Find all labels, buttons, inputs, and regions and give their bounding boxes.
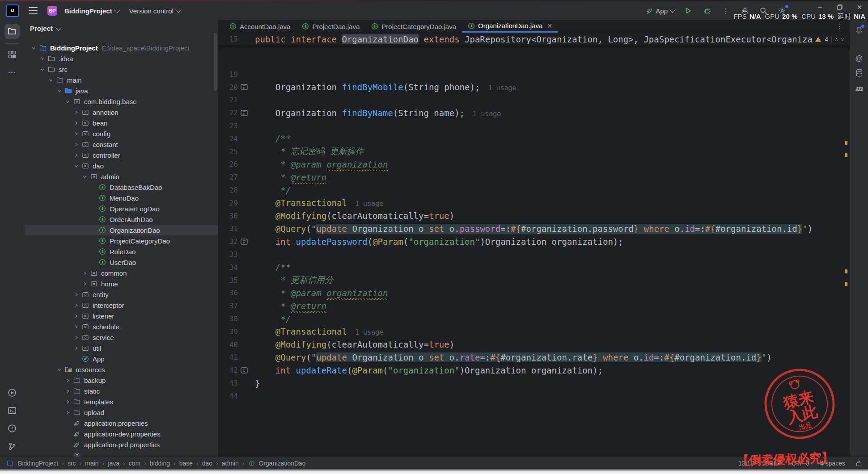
- code-line-text[interactable]: }: [250, 378, 260, 388]
- chevron-open-icon[interactable]: [79, 174, 90, 179]
- chevron-closed-icon[interactable]: [62, 399, 73, 404]
- breadcrumb-item[interactable]: java: [108, 460, 119, 467]
- chevron-closed-icon[interactable]: [79, 281, 90, 286]
- chevron-closed-icon[interactable]: [79, 271, 90, 276]
- problems-tool-window-button[interactable]: [4, 421, 20, 436]
- tree-item-userdao[interactable]: IUserDao: [25, 257, 218, 268]
- tree-item-application-prd-properties[interactable]: application-prd.properties: [25, 439, 218, 450]
- code-line-text[interactable]: @Query("update Organization o set o.rate…: [250, 352, 772, 362]
- project-panel-header[interactable]: Project: [30, 25, 61, 32]
- run-configuration-selector[interactable]: App: [646, 7, 675, 15]
- tree-item-common[interactable]: common: [25, 268, 218, 278]
- chevron-closed-icon[interactable]: [62, 389, 73, 394]
- breadcrumb-item[interactable]: src: [68, 460, 76, 467]
- tree-item--idea[interactable]: .idea: [25, 53, 218, 64]
- tree-item-templates[interactable]: templates: [25, 396, 218, 407]
- chevron-closed-icon[interactable]: [71, 142, 81, 147]
- tab-organizationdao-java[interactable]: IOrganizationDao.java✕: [462, 20, 558, 33]
- code-line-text[interactable]: * @return: [250, 172, 326, 182]
- chevron-closed-icon[interactable]: [71, 324, 81, 329]
- code-line-text[interactable]: /**: [250, 134, 291, 143]
- code-line-text[interactable]: * @return: [250, 301, 326, 311]
- chevron-closed-icon[interactable]: [71, 346, 81, 351]
- notifications-bell-icon[interactable]: [854, 25, 864, 35]
- code-line-text[interactable]: * 更新信用分: [250, 274, 333, 286]
- tree-item-resources[interactable]: resources: [25, 364, 218, 375]
- tab-accountdao-java[interactable]: IAccountDao.java: [224, 20, 296, 33]
- breadcrumb-item[interactable]: main: [85, 460, 98, 467]
- ai-assistant-icon[interactable]: @: [854, 53, 864, 64]
- tree-item-src[interactable]: src: [25, 64, 218, 75]
- tree-item-java[interactable]: java: [25, 85, 218, 96]
- project-tool-window-button[interactable]: [4, 24, 20, 39]
- maven-icon[interactable]: m: [854, 83, 864, 93]
- chevron-open-icon[interactable]: [28, 46, 39, 50]
- code-line-text[interactable]: * @param organization: [250, 159, 388, 169]
- tree-item-interceptor[interactable]: interceptor: [25, 300, 218, 310]
- minimize-button[interactable]: [816, 3, 824, 11]
- tree-item-util[interactable]: util: [25, 343, 218, 353]
- terminal-tool-window-button[interactable]: [4, 403, 20, 418]
- tree-item-home[interactable]: home: [25, 278, 218, 289]
- chevron-open-icon[interactable]: [71, 164, 81, 168]
- tab-projectcategorydao-java[interactable]: IProjectCategoryDao.java: [365, 20, 462, 33]
- tree-scrollbar[interactable]: [214, 33, 217, 91]
- code-line-text[interactable]: public interface OrganizationDao extends…: [250, 34, 823, 44]
- tree-item-bean[interactable]: bean: [25, 117, 218, 128]
- tree-item-application-properties[interactable]: application.properties: [25, 418, 218, 428]
- chevron-closed-icon[interactable]: [71, 303, 81, 308]
- run-query-gutter-icon[interactable]: [238, 367, 250, 373]
- breadcrumb-item[interactable]: bidding: [150, 460, 170, 467]
- next-warning-icon[interactable]: ˅: [841, 37, 844, 42]
- prev-warning-icon[interactable]: ˄: [835, 37, 838, 42]
- breadcrumb-item[interactable]: BiddingProject: [18, 460, 58, 467]
- code-line-text[interactable]: @Modifying(clearAutomatically=true): [250, 211, 454, 221]
- code-line-text[interactable]: */: [250, 314, 291, 324]
- tab-projectdao-java[interactable]: IProjectDao.java: [296, 20, 365, 33]
- tree-item-entity[interactable]: entity: [25, 289, 218, 300]
- tree-item-app[interactable]: App: [25, 353, 218, 364]
- code-line-text[interactable]: * 忘记密码 更新操作: [250, 146, 364, 157]
- lock-icon[interactable]: [856, 460, 862, 466]
- tree-item-dao[interactable]: dao: [25, 160, 218, 171]
- run-query-gutter-icon[interactable]: [238, 239, 250, 245]
- code-line-text[interactable]: @Query("update Organization o set o.pass…: [250, 224, 813, 234]
- chevron-closed-icon[interactable]: [62, 378, 73, 383]
- chevron-open-icon[interactable]: [54, 367, 64, 372]
- tree-item-main[interactable]: main: [25, 75, 218, 85]
- project-avatar[interactable]: BP: [47, 6, 57, 16]
- run-query-gutter-icon[interactable]: [238, 110, 250, 116]
- code-line-text[interactable]: @Modifying(clearAutomatically=true): [250, 340, 454, 349]
- breadcrumb-item[interactable]: admin: [222, 460, 239, 467]
- close-button[interactable]: [855, 3, 864, 11]
- tree-item-roledao[interactable]: IRoleDao: [25, 246, 218, 257]
- chevron-closed-icon[interactable]: [71, 110, 81, 115]
- close-tab-icon[interactable]: ✕: [547, 22, 552, 29]
- tree-item-menudao[interactable]: IMenuDao: [25, 193, 218, 203]
- code-line-text[interactable]: int updateRate(@Param("organization")Org…: [250, 365, 603, 375]
- tab-options-icon[interactable]: ⋮: [836, 22, 844, 30]
- breadcrumb-item[interactable]: com: [129, 460, 140, 467]
- code-line-text[interactable]: int updatePassword(@Param("organization"…: [250, 237, 623, 247]
- tree-item-orderauthdao[interactable]: IOrderAuthDao: [25, 214, 218, 225]
- run-query-gutter-icon[interactable]: [238, 84, 250, 90]
- chevron-closed-icon[interactable]: [37, 56, 47, 61]
- tree-item-operaterlogdao[interactable]: IOperaterLogDao: [25, 203, 218, 214]
- tree-item-service[interactable]: service: [25, 332, 218, 343]
- tree-item-organizationdao[interactable]: IOrganizationDao: [25, 225, 218, 235]
- tree-item-static[interactable]: static: [25, 386, 218, 396]
- run-button[interactable]: [683, 5, 694, 16]
- tree-item-constant[interactable]: constant: [25, 139, 218, 150]
- chevron-open-icon[interactable]: [37, 67, 47, 72]
- code-line-text[interactable]: */: [250, 185, 291, 195]
- restore-button[interactable]: [836, 3, 844, 11]
- tree-item-application-dev-properties[interactable]: application-dev.properties: [25, 428, 218, 439]
- breadcrumb-item[interactable]: dao: [202, 460, 212, 467]
- structure-tool-window-button[interactable]: [4, 47, 20, 62]
- debug-button[interactable]: [702, 5, 712, 16]
- database-icon[interactable]: [854, 67, 864, 78]
- tree-item-com-bidding-base[interactable]: com.bidding.base: [25, 96, 218, 107]
- breadcrumb-item[interactable]: base: [179, 460, 193, 467]
- tree-item-clipped[interactable]: [25, 450, 218, 457]
- chevron-closed-icon[interactable]: [71, 131, 81, 136]
